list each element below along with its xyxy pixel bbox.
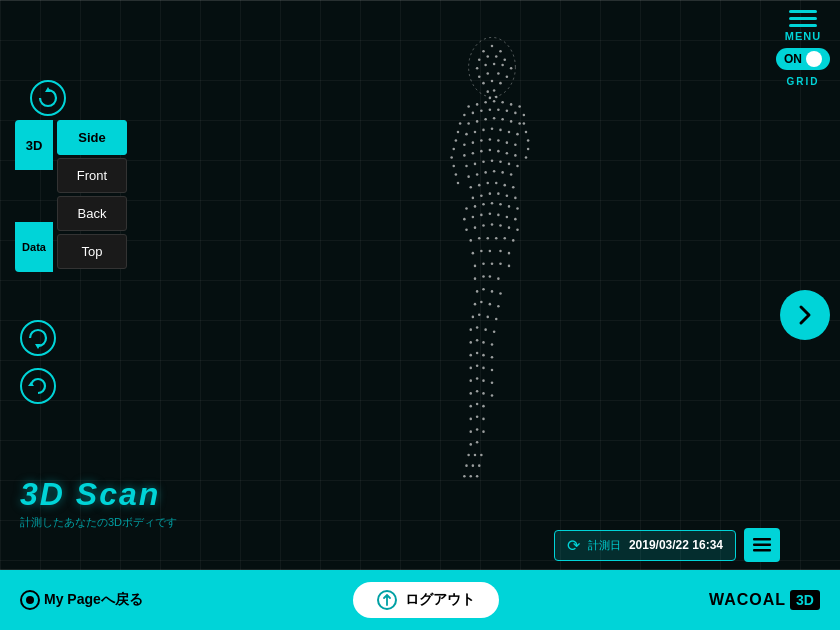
- svg-point-19: [506, 75, 509, 78]
- svg-point-163: [484, 328, 487, 331]
- tab-3d-data: 3D Data: [15, 120, 53, 272]
- svg-point-155: [489, 303, 492, 306]
- svg-point-48: [455, 173, 458, 176]
- footer-logo: WACOAL 3D: [709, 590, 820, 610]
- svg-point-43: [457, 131, 460, 134]
- svg-point-71: [480, 139, 483, 142]
- svg-point-60: [510, 120, 513, 123]
- svg-point-84: [474, 163, 477, 166]
- svg-point-33: [518, 105, 521, 108]
- svg-point-85: [482, 160, 485, 163]
- rotate-down-button[interactable]: [20, 320, 56, 356]
- svg-point-200: [472, 464, 475, 467]
- svg-point-97: [478, 184, 481, 187]
- grid-toggle-on-text: ON: [784, 52, 802, 66]
- svg-point-35: [472, 112, 475, 115]
- reset-button[interactable]: [20, 368, 56, 404]
- svg-point-94: [501, 171, 504, 174]
- svg-point-140: [474, 265, 477, 268]
- list-button[interactable]: [744, 528, 780, 562]
- svg-point-80: [497, 150, 500, 153]
- svg-point-133: [503, 237, 506, 240]
- svg-point-86: [491, 159, 494, 162]
- menu-button[interactable]: MENU: [785, 10, 821, 42]
- svg-point-167: [482, 341, 485, 344]
- svg-point-130: [478, 237, 481, 240]
- svg-point-28: [476, 103, 479, 106]
- svg-point-31: [501, 101, 504, 104]
- svg-point-129: [469, 239, 472, 242]
- svg-point-121: [514, 218, 517, 221]
- svg-point-108: [465, 207, 468, 210]
- grid-label: GRID: [787, 76, 820, 87]
- view-button-back[interactable]: Back: [57, 196, 127, 231]
- svg-point-51: [525, 131, 528, 134]
- svg-point-204: [476, 475, 479, 478]
- svg-point-151: [491, 290, 494, 293]
- view-buttons: Side Front Back Top: [57, 120, 127, 269]
- body-silhouette: [372, 30, 612, 540]
- svg-point-21: [491, 80, 494, 83]
- svg-point-69: [463, 143, 466, 146]
- back-icon: [20, 590, 40, 610]
- svg-point-32: [510, 103, 513, 106]
- svg-point-141: [482, 262, 485, 265]
- rotation-controls: [20, 320, 56, 404]
- top-right-panel: MENU ON GRID: [776, 10, 830, 87]
- svg-point-58: [493, 117, 496, 120]
- svg-point-111: [491, 202, 494, 205]
- svg-point-119: [497, 214, 500, 217]
- grid-toggle-button[interactable]: ON: [776, 48, 830, 70]
- svg-point-126: [499, 224, 502, 227]
- svg-point-52: [527, 139, 530, 142]
- svg-point-161: [469, 328, 472, 331]
- svg-point-17: [486, 72, 489, 75]
- svg-point-136: [480, 250, 483, 253]
- svg-point-114: [516, 207, 519, 210]
- view-button-side[interactable]: Side: [57, 120, 127, 155]
- svg-point-75: [514, 143, 517, 146]
- next-arrow-button[interactable]: [780, 290, 830, 340]
- svg-point-64: [482, 129, 485, 132]
- svg-point-62: [465, 133, 468, 136]
- svg-point-181: [469, 392, 472, 395]
- svg-point-106: [506, 194, 509, 197]
- svg-point-123: [474, 226, 477, 229]
- tab-3d[interactable]: 3D: [15, 120, 53, 170]
- svg-point-199: [465, 464, 468, 467]
- menu-label: MENU: [785, 30, 821, 42]
- svg-point-95: [510, 173, 513, 176]
- svg-point-49: [457, 182, 460, 185]
- svg-point-42: [459, 122, 462, 125]
- view-button-front[interactable]: Front: [57, 158, 127, 193]
- top-rotate-area: [30, 80, 66, 116]
- date-value: 2019/03/22 16:34: [629, 538, 723, 552]
- svg-point-63: [474, 131, 477, 134]
- svg-point-92: [484, 171, 487, 174]
- svg-point-164: [493, 330, 496, 333]
- back-link[interactable]: My Pageへ戻る: [20, 590, 143, 610]
- date-label: 計測日: [588, 538, 621, 553]
- svg-point-91: [476, 173, 479, 176]
- svg-point-53: [527, 148, 530, 151]
- logout-button[interactable]: ログアウト: [353, 582, 499, 618]
- svg-point-156: [497, 305, 500, 308]
- svg-point-172: [491, 356, 494, 359]
- svg-point-118: [489, 213, 492, 216]
- svg-point-175: [482, 367, 485, 370]
- view-button-top[interactable]: Top: [57, 234, 127, 269]
- svg-point-198: [480, 454, 483, 457]
- rotate-up-button[interactable]: [30, 80, 66, 116]
- tab-data[interactable]: Data: [15, 222, 53, 272]
- svg-point-101: [512, 186, 515, 189]
- logout-label: ログアウト: [405, 591, 475, 609]
- svg-point-23: [486, 90, 489, 93]
- svg-point-193: [482, 430, 485, 433]
- svg-point-168: [491, 343, 494, 346]
- svg-point-153: [474, 303, 477, 306]
- svg-point-194: [469, 443, 472, 446]
- svg-point-47: [452, 165, 455, 168]
- date-info-box: ⟳ 計測日 2019/03/22 16:34: [554, 530, 736, 561]
- svg-point-12: [484, 64, 487, 67]
- scan-title-area: 3D Scan 計測したあなたの3Dボディです: [20, 476, 177, 530]
